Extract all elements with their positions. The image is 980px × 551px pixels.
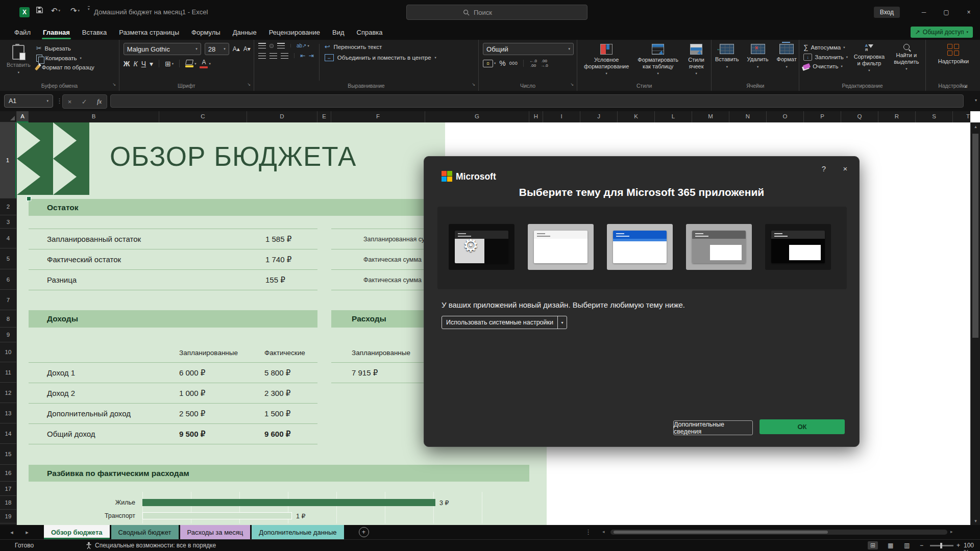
chevron-down-icon[interactable]: ▾ <box>150 60 153 68</box>
row-header-18[interactable]: 18 <box>0 496 16 510</box>
vertical-scrollbar[interactable]: ▴ ▾ <box>970 122 980 525</box>
minimize-button[interactable]: ─ <box>913 0 935 24</box>
tab-help[interactable]: Справка <box>351 24 389 40</box>
theme-black-card[interactable] <box>765 224 831 270</box>
theme-dropdown[interactable]: Использовать системные настройки ▾ <box>442 316 567 329</box>
column-header-d[interactable]: D <box>247 111 317 122</box>
dialog-launcher-icon[interactable]: ↘ <box>570 81 574 89</box>
tab-file[interactable]: Файл <box>8 24 37 40</box>
wrap-text-button[interactable]: ↩ Переносить текст <box>325 43 475 51</box>
underline-button[interactable]: Ч <box>141 60 146 68</box>
column-header-n[interactable]: N <box>729 111 767 122</box>
insert-cells-button[interactable]: ← Вставить ▾ <box>713 43 742 69</box>
tab-home[interactable]: Главная <box>37 24 76 40</box>
column-header-e[interactable]: E <box>317 111 331 122</box>
dialog-help-button[interactable]: ? <box>817 162 830 175</box>
row-header-5[interactable]: 5 <box>0 248 16 269</box>
row-header-17[interactable]: 17 <box>0 482 16 496</box>
align-right-icon[interactable] <box>281 53 288 59</box>
tabbar-splitter[interactable]: ⋮ <box>585 528 592 536</box>
fill-color-button[interactable]: ▾ <box>185 60 196 67</box>
zoom-slider[interactable] <box>930 545 953 546</box>
grow-font-button[interactable]: А▴ <box>233 45 240 53</box>
theme-light-card[interactable] <box>528 224 594 270</box>
row-header-19[interactable]: 19 <box>0 510 16 523</box>
increase-decimal-button[interactable]: ←.0.00 <box>529 59 537 68</box>
merge-center-button[interactable]: ↔ Объединить и поместить в центре ▾ <box>325 54 475 61</box>
tab-data[interactable]: Данные <box>227 24 263 40</box>
sheet-nav-left-icon[interactable]: ◂ <box>4 525 19 539</box>
decrease-decimal-button[interactable]: .00→.0 <box>541 59 548 68</box>
zoom-in-button[interactable]: + <box>957 542 960 549</box>
row-header-7[interactable]: 7 <box>0 290 16 310</box>
column-header-s[interactable]: S <box>916 111 953 122</box>
font-color-button[interactable]: А▾ <box>200 59 210 68</box>
row-header-11[interactable]: 11 <box>0 362 16 383</box>
comma-style-button[interactable]: 000 <box>509 61 518 66</box>
row-header-9[interactable]: 9 <box>0 328 16 342</box>
tab-page-layout[interactable]: Разметка страницы <box>113 24 185 40</box>
row-header-15[interactable]: 15 <box>0 444 16 465</box>
tab-formulas[interactable]: Формулы <box>185 24 227 40</box>
customize-quick-access-button[interactable]: ▾ <box>88 6 90 11</box>
formula-input[interactable] <box>110 94 964 108</box>
row-header-10[interactable]: 10 <box>0 342 16 362</box>
find-select-button[interactable]: Найти и выделить ▾ <box>891 43 922 72</box>
column-header-t[interactable]: T <box>953 111 970 122</box>
zoom-slider-thumb[interactable] <box>940 543 942 548</box>
bold-button[interactable]: Ж <box>124 60 130 68</box>
copy-button[interactable]: Копировать▾ <box>36 55 94 62</box>
dialog-launcher-icon[interactable]: ↘ <box>472 81 475 89</box>
font-size-select[interactable]: 28▾ <box>205 43 229 55</box>
add-sheet-button[interactable]: + <box>359 527 369 537</box>
autosum-button[interactable]: ∑Автосумма▾ <box>803 43 848 51</box>
row-header-6[interactable]: 6 <box>0 269 16 290</box>
view-page-break-icon[interactable]: ▥ <box>901 541 912 549</box>
column-header-p[interactable]: P <box>804 111 841 122</box>
row-header-4[interactable]: 4 <box>0 229 16 248</box>
format-painter-button[interactable]: Формат по образцу <box>36 64 94 70</box>
maximize-button[interactable]: ▢ <box>935 0 958 24</box>
dialog-launcher-icon[interactable]: ↘ <box>112 81 116 89</box>
sheet-tab-monthly-expenses[interactable]: Расходы за месяц <box>180 525 251 539</box>
theme-colorful-card[interactable] <box>607 224 673 270</box>
column-header-a[interactable]: A <box>17 111 29 122</box>
sheet-nav-right-icon[interactable]: ▸ <box>19 525 35 539</box>
excel-app-icon[interactable]: X <box>19 7 30 17</box>
scroll-up-icon[interactable]: ▴ <box>971 124 980 129</box>
undo-button[interactable]: ↶▾ <box>51 6 60 15</box>
row-header-8[interactable]: 8 <box>0 310 16 328</box>
sign-in-button[interactable]: Вход <box>874 7 900 18</box>
zoom-out-button[interactable]: − <box>920 542 923 549</box>
align-center-icon[interactable] <box>270 53 277 59</box>
ok-button[interactable]: ОК <box>760 419 845 434</box>
tab-insert[interactable]: Вставка <box>76 24 113 40</box>
accounting-format-button[interactable]: ¤▾ <box>483 60 496 67</box>
insert-function-icon[interactable]: fx <box>97 97 102 106</box>
delete-cells-button[interactable]: × Удалить ▾ <box>745 43 771 69</box>
theme-dark-gray-card[interactable] <box>686 224 752 270</box>
column-header-f[interactable]: F <box>331 111 425 122</box>
increase-indent-button[interactable]: ⇥ <box>309 52 314 59</box>
sheet-tab-summary[interactable]: Сводный бюджет <box>111 525 179 539</box>
align-bottom-icon[interactable] <box>277 43 285 48</box>
cell-styles-button[interactable]: Стили ячеек ▾ <box>684 43 708 77</box>
column-header-l[interactable]: L <box>655 111 692 122</box>
column-header-q[interactable]: Q <box>841 111 878 122</box>
search-box[interactable]: Поиск <box>406 5 587 20</box>
align-middle-icon[interactable] <box>270 44 274 48</box>
clear-button[interactable]: Очистить▾ <box>803 63 848 69</box>
conditional-formatting-button[interactable]: Условное форматирование ▾ <box>581 43 631 77</box>
cut-button[interactable]: ✂Вырезать <box>36 44 94 52</box>
sort-filter-button[interactable]: АЯ Сортировка и фильтр ▾ <box>851 43 888 73</box>
paste-button[interactable]: Вставить ▾ <box>4 43 33 75</box>
tab-review[interactable]: Рецензирование <box>263 24 326 40</box>
status-accessibility[interactable]: Специальные возможности: все в порядке <box>95 542 216 549</box>
decrease-indent-button[interactable]: ⇤ <box>300 52 305 59</box>
column-header-m[interactable]: M <box>692 111 729 122</box>
dialog-close-button[interactable]: × <box>839 162 852 175</box>
column-header-b[interactable]: B <box>29 111 159 122</box>
zoom-level[interactable]: 100 % <box>964 542 980 551</box>
row-header-12[interactable]: 12 <box>0 383 16 403</box>
vertical-scroll-thumb[interactable] <box>972 134 978 338</box>
